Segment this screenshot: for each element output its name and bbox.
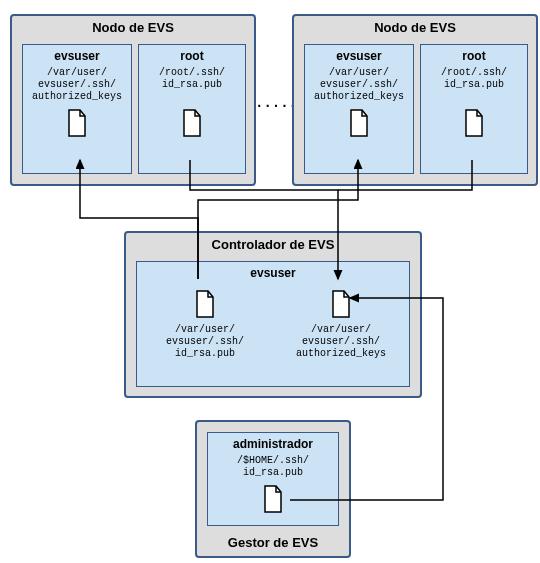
file-path: /var/user/ evsuser/.ssh/ id_rsa.pub xyxy=(145,324,265,360)
evs-manager: administrador /$HOME/.ssh/ id_rsa.pub Ge… xyxy=(195,420,351,558)
evs-node-left: Nodo de EVS evsuser /var/user/ evsuser/.… xyxy=(10,14,256,186)
user-label: evsuser xyxy=(23,49,131,63)
file-icon xyxy=(194,290,216,320)
controller-pub-col: /var/user/ evsuser/.ssh/ id_rsa.pub xyxy=(145,284,265,360)
user-label: root xyxy=(139,49,245,63)
controller-title: Controlador de EVS xyxy=(126,233,420,256)
node-root-box: root /root/.ssh/ id_rsa.pub xyxy=(420,44,528,174)
file-icon xyxy=(262,485,284,515)
node-title: Nodo de EVS xyxy=(294,16,536,39)
file-path: /var/user/ evsuser/.ssh/ authorized_keys xyxy=(305,67,413,103)
file-icon xyxy=(348,109,370,139)
file-path: /var/user/ evsuser/.ssh/ authorized_keys xyxy=(23,67,131,103)
controller-evsuser-box: evsuser /var/user/ evsuser/.ssh/ id_rsa.… xyxy=(136,261,410,387)
manager-title: Gestor de EVS xyxy=(197,531,349,554)
file-path: /var/user/ evsuser/.ssh/ authorized_keys xyxy=(281,324,401,360)
manager-admin-box: administrador /$HOME/.ssh/ id_rsa.pub xyxy=(207,432,339,526)
evs-controller: Controlador de EVS evsuser /var/user/ ev… xyxy=(124,231,422,398)
continuation-dots: ..... xyxy=(255,95,297,111)
user-label: administrador xyxy=(208,437,338,451)
node-evsuser-box: evsuser /var/user/ evsuser/.ssh/ authori… xyxy=(304,44,414,174)
node-title: Nodo de EVS xyxy=(12,16,254,39)
evs-node-right: Nodo de EVS evsuser /var/user/ evsuser/.… xyxy=(292,14,538,186)
file-icon xyxy=(330,290,352,320)
user-label: evsuser xyxy=(305,49,413,63)
file-icon xyxy=(463,109,485,139)
file-path: /root/.ssh/ id_rsa.pub xyxy=(139,67,245,91)
node-root-box: root /root/.ssh/ id_rsa.pub xyxy=(138,44,246,174)
user-label: root xyxy=(421,49,527,63)
file-icon xyxy=(66,109,88,139)
user-label: evsuser xyxy=(137,266,409,280)
file-path: /$HOME/.ssh/ id_rsa.pub xyxy=(208,455,338,479)
file-path: /root/.ssh/ id_rsa.pub xyxy=(421,67,527,91)
node-evsuser-box: evsuser /var/user/ evsuser/.ssh/ authori… xyxy=(22,44,132,174)
controller-auth-col: /var/user/ evsuser/.ssh/ authorized_keys xyxy=(281,284,401,360)
file-icon xyxy=(181,109,203,139)
